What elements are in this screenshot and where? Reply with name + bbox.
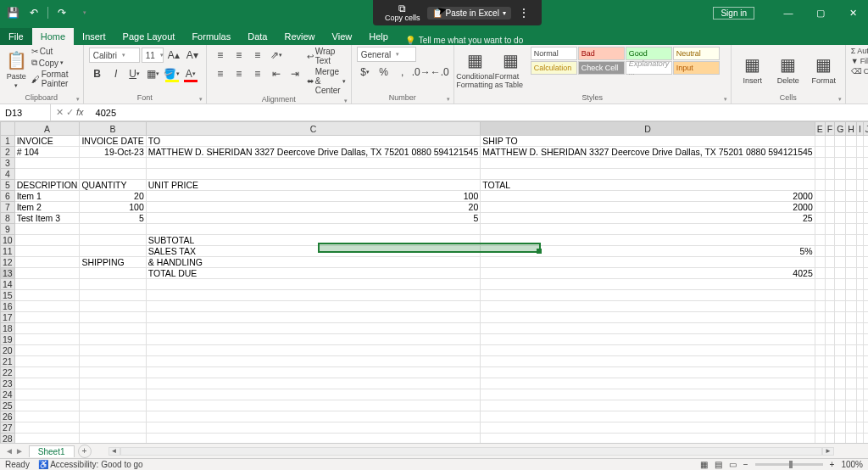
increase-decimal-button[interactable]: .0→ — [413, 64, 430, 81]
cell[interactable] — [846, 136, 857, 147]
row-header[interactable]: 18 — [1, 323, 15, 334]
cell[interactable] — [825, 202, 834, 213]
cell[interactable] — [14, 422, 80, 434]
cell[interactable]: 25 — [481, 213, 815, 224]
bold-button[interactable]: B — [89, 65, 106, 82]
cell[interactable] — [863, 290, 868, 301]
number-format-select[interactable]: General — [357, 47, 416, 62]
cell[interactable] — [863, 180, 868, 191]
cell[interactable]: Item 1 — [14, 191, 80, 202]
cell[interactable] — [835, 290, 846, 301]
cell[interactable] — [856, 301, 863, 312]
cell[interactable] — [825, 158, 834, 169]
cell[interactable] — [825, 268, 834, 279]
underline-button[interactable]: U▾ — [126, 65, 143, 82]
cell[interactable] — [80, 235, 146, 246]
cell[interactable] — [825, 279, 834, 290]
cell[interactable] — [481, 400, 815, 411]
cell[interactable] — [846, 257, 857, 268]
row-header[interactable]: 2 — [1, 147, 15, 158]
cell[interactable] — [835, 279, 846, 290]
copy-cells-button[interactable]: ⧉Copy cells — [378, 0, 427, 25]
col-header[interactable]: G — [835, 122, 846, 136]
row-header[interactable]: 4 — [1, 169, 15, 180]
cell[interactable] — [14, 378, 80, 389]
decrease-indent-button[interactable]: ⇤ — [268, 65, 285, 82]
cell[interactable]: TO — [146, 136, 480, 147]
cell[interactable] — [815, 213, 825, 224]
cell[interactable] — [825, 147, 834, 158]
cell[interactable] — [856, 389, 863, 400]
cell[interactable]: Item 2 — [14, 202, 80, 213]
cell[interactable] — [825, 180, 834, 191]
cell[interactable] — [14, 301, 80, 312]
align-right-button[interactable]: ≡ — [249, 65, 266, 82]
row-header[interactable]: 27 — [1, 422, 15, 434]
cell[interactable] — [835, 356, 846, 367]
cell[interactable] — [846, 323, 857, 334]
name-box[interactable]: D13 — [0, 104, 51, 120]
row-header[interactable]: 17 — [1, 312, 15, 323]
cell[interactable] — [146, 400, 480, 411]
zoom-in-button[interactable]: + — [830, 460, 835, 469]
col-header[interactable]: E — [815, 122, 825, 136]
cell[interactable] — [481, 323, 815, 334]
formula-input[interactable]: 4025 — [92, 108, 868, 118]
cell[interactable] — [863, 356, 868, 367]
cell[interactable] — [856, 191, 863, 202]
cell[interactable] — [825, 389, 834, 400]
horizontal-scrollbar[interactable]: ◄► — [108, 447, 834, 456]
tab-review[interactable]: Review — [275, 28, 323, 45]
col-header[interactable]: B — [80, 122, 146, 136]
col-header[interactable]: H — [846, 122, 857, 136]
cell[interactable] — [856, 268, 863, 279]
cell[interactable] — [846, 290, 857, 301]
autosum-button[interactable]: ΣAutoSum▾ — [851, 47, 868, 55]
cell[interactable] — [835, 202, 846, 213]
row-header[interactable]: 1 — [1, 136, 15, 147]
cell[interactable] — [146, 378, 480, 389]
tab-formulas[interactable]: Formulas — [183, 28, 239, 45]
cell[interactable] — [863, 136, 868, 147]
cell[interactable] — [146, 290, 480, 301]
cell[interactable] — [481, 434, 815, 444]
font-color-button[interactable]: A▾ — [182, 65, 199, 82]
cell[interactable] — [825, 334, 834, 345]
cell[interactable]: 20 — [80, 191, 146, 202]
tab-file[interactable]: File — [0, 28, 32, 45]
cell[interactable] — [80, 279, 146, 290]
cell[interactable] — [80, 422, 146, 434]
save-icon[interactable]: 💾 — [3, 3, 22, 22]
cell[interactable] — [14, 268, 80, 279]
row-header[interactable]: 21 — [1, 356, 15, 367]
cell[interactable]: TOTAL — [481, 180, 815, 191]
cell[interactable] — [146, 312, 480, 323]
cut-button[interactable]: ✂Cut — [31, 47, 78, 56]
view-normal-icon[interactable]: ▦ — [700, 460, 708, 469]
cell[interactable] — [146, 158, 480, 169]
format-cells-button[interactable]: ▦Format — [808, 47, 840, 92]
cell[interactable] — [846, 147, 857, 158]
cell[interactable] — [835, 301, 846, 312]
qat-customize-icon[interactable] — [74, 3, 92, 22]
row-header[interactable]: 5 — [1, 180, 15, 191]
row-header[interactable]: 8 — [1, 213, 15, 224]
cell[interactable] — [815, 202, 825, 213]
cell[interactable] — [856, 235, 863, 246]
col-header[interactable]: D — [481, 122, 815, 136]
sign-in-button[interactable]: Sign in — [713, 7, 754, 20]
cell[interactable] — [815, 378, 825, 389]
cell[interactable] — [846, 301, 857, 312]
tab-page-layout[interactable]: Page Layout — [114, 28, 184, 45]
cell[interactable] — [856, 180, 863, 191]
cell[interactable]: 2000 — [481, 202, 815, 213]
cell[interactable]: 5 — [80, 213, 146, 224]
row-header[interactable]: 13 — [1, 268, 15, 279]
row-header[interactable]: 12 — [1, 257, 15, 268]
cell[interactable] — [856, 367, 863, 378]
cell[interactable]: 20 — [146, 202, 480, 213]
cell[interactable] — [846, 356, 857, 367]
orientation-button[interactable]: ⇗▾ — [268, 47, 285, 64]
cell[interactable] — [815, 312, 825, 323]
cell[interactable] — [856, 411, 863, 422]
